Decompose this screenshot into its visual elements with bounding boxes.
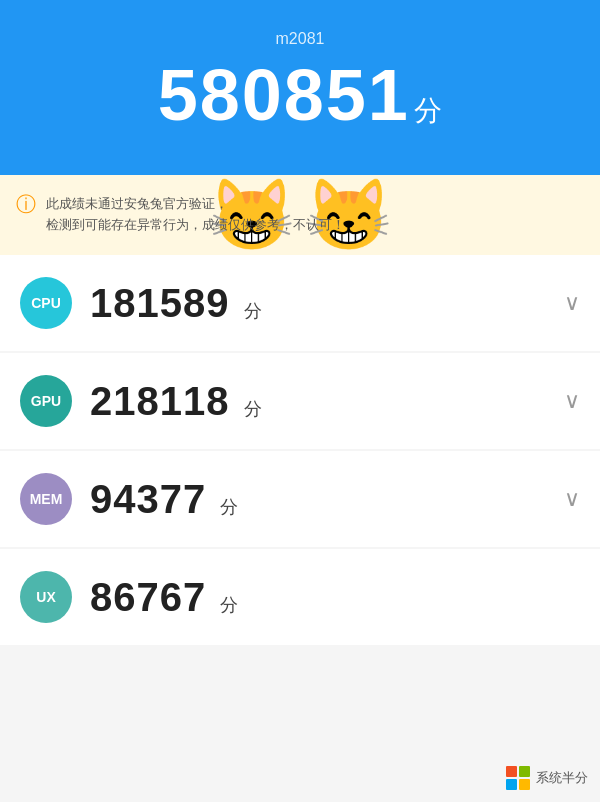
cpu-score: 181589 分 [90, 281, 546, 326]
chevron-cpu[interactable]: ∨ [564, 292, 580, 314]
chevron-mem[interactable]: ∨ [564, 488, 580, 510]
watermark: 系统半分 [506, 766, 588, 790]
badge-mem: MEM [20, 473, 72, 525]
device-name: m2081 [20, 30, 580, 48]
watermark-text: 系统半分 [536, 769, 588, 787]
chevron-gpu[interactable]: ∨ [564, 390, 580, 412]
mem-score: 94377 分 [90, 477, 546, 522]
score-item-gpu[interactable]: GPU 218118 分 ∨ [0, 353, 600, 449]
score-item-cpu[interactable]: CPU 181589 分 ∨ [0, 255, 600, 351]
score-list: CPU 181589 分 ∨ GPU 218118 分 ∨ MEM 94377 … [0, 255, 600, 645]
score-item-ux[interactable]: UX 86767 分 [0, 549, 600, 645]
total-score-row: 580851 分 [20, 56, 580, 135]
badge-ux: UX [20, 571, 72, 623]
warning-text: 此成绩未通过安兔兔官方验证， 检测到可能存在异常行为，成绩仅供参考，不认可！ [46, 194, 584, 236]
total-score-unit: 分 [414, 95, 442, 126]
warning-icon: ⓘ [16, 191, 36, 218]
warning-banner: ⓘ 此成绩未通过安兔兔官方验证， 检测到可能存在异常行为，成绩仅供参考，不认可！… [0, 175, 600, 255]
score-header: m2081 580851 分 [0, 0, 600, 175]
total-score-value: 580851 [158, 55, 410, 135]
score-item-mem[interactable]: MEM 94377 分 ∨ [0, 451, 600, 547]
windows-logo-icon [506, 766, 530, 790]
ux-score: 86767 分 [90, 575, 580, 620]
badge-gpu: GPU [20, 375, 72, 427]
gpu-score: 218118 分 [90, 379, 546, 424]
badge-cpu: CPU [20, 277, 72, 329]
